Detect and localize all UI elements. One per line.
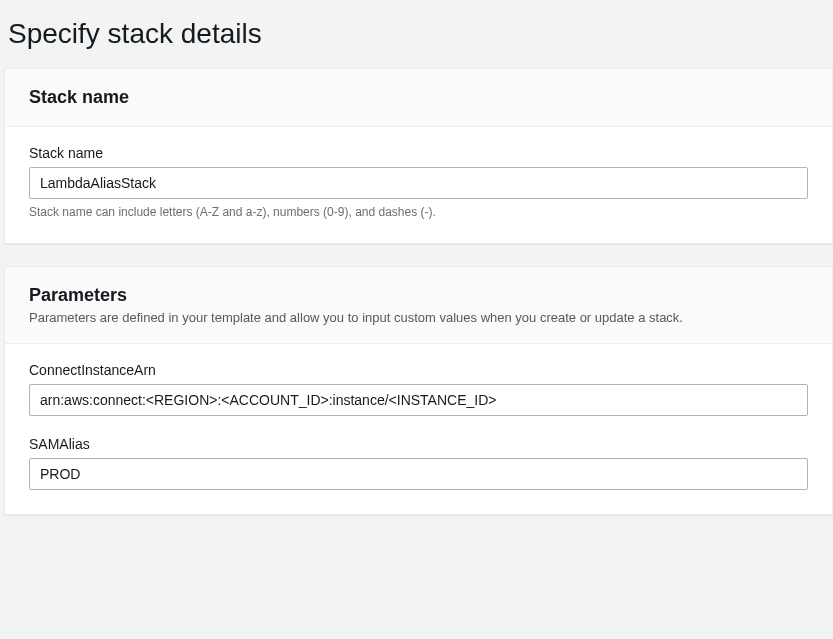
stack-name-heading: Stack name bbox=[29, 87, 808, 108]
stack-name-panel: Stack name Stack name Stack name can inc… bbox=[4, 68, 833, 244]
sam-alias-input[interactable] bbox=[29, 458, 808, 490]
stack-name-hint: Stack name can include letters (A-Z and … bbox=[29, 205, 808, 219]
connect-instance-arn-label: ConnectInstanceArn bbox=[29, 362, 808, 378]
connect-instance-arn-group: ConnectInstanceArn bbox=[29, 362, 808, 416]
sam-alias-group: SAMAlias bbox=[29, 436, 808, 490]
connect-instance-arn-input[interactable] bbox=[29, 384, 808, 416]
sam-alias-label: SAMAlias bbox=[29, 436, 808, 452]
stack-name-panel-body: Stack name Stack name can include letter… bbox=[5, 127, 832, 243]
parameters-panel: Parameters Parameters are defined in you… bbox=[4, 266, 833, 515]
page-title: Specify stack details bbox=[0, 0, 833, 68]
stack-name-panel-header: Stack name bbox=[5, 69, 832, 127]
parameters-panel-header: Parameters Parameters are defined in you… bbox=[5, 267, 832, 344]
stack-name-label: Stack name bbox=[29, 145, 808, 161]
parameters-heading: Parameters bbox=[29, 285, 808, 306]
stack-name-form-group: Stack name Stack name can include letter… bbox=[29, 145, 808, 219]
parameters-subtitle: Parameters are defined in your template … bbox=[29, 310, 808, 325]
stack-name-input[interactable] bbox=[29, 167, 808, 199]
parameters-panel-body: ConnectInstanceArn SAMAlias bbox=[5, 344, 832, 514]
